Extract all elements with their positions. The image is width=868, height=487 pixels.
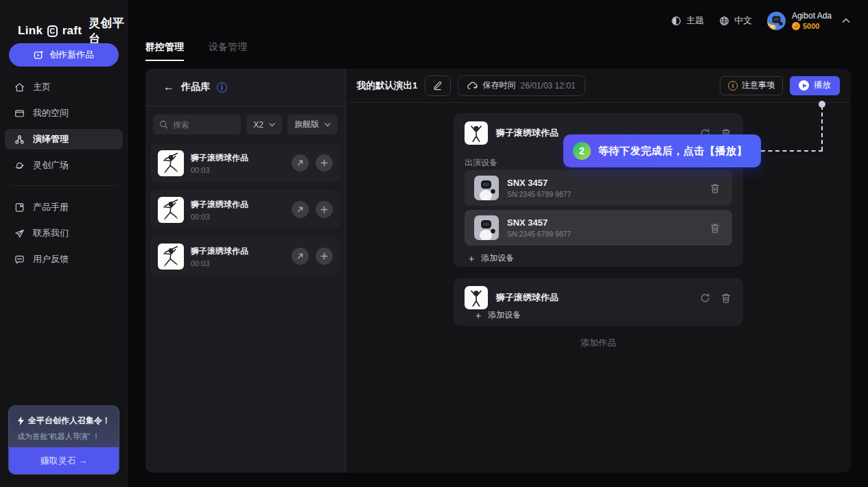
expand-icon	[296, 206, 304, 213]
stage-header: 我的默认演出1 保存时间 26/01/03 12:01 i 注意事项 播放	[346, 69, 851, 103]
sidebar-item-label: 演绎管理	[33, 133, 69, 145]
library-item[interactable]: 狮子滚绣球作品 00:03	[151, 237, 340, 276]
search-input[interactable]	[173, 120, 235, 130]
remove-device-button[interactable]	[709, 222, 721, 235]
work-title: 狮子滚绣球作品	[191, 246, 285, 257]
device-name: SNX 3457	[507, 178, 701, 188]
sidebar-nav: 主页 我的空间 演绎管理 灵创广场 产品手册 联系我们 用户反馈	[5, 77, 123, 275]
coin-amount: 5000	[803, 22, 819, 30]
remove-device-button[interactable]	[709, 182, 721, 195]
search-box[interactable]	[153, 115, 241, 134]
library-list: 狮子滚绣球作品 00:03 狮子滚绣球作品 00:03	[145, 134, 345, 276]
promo-title-row: 全平台创作人召集令！	[9, 406, 119, 427]
notice-label: 注意事项	[742, 80, 775, 91]
add-work-button[interactable]: 添加作品	[454, 337, 743, 349]
user-menu[interactable]: Agibot Ada 5000	[767, 11, 850, 30]
app-logo: LinkCraft 灵创平台	[0, 0, 127, 47]
device-serial: SN:2345 6789 9877	[507, 230, 701, 238]
edition-dropdown[interactable]: 旗舰版	[288, 115, 338, 134]
brand-pre: Link	[18, 24, 43, 38]
robot-avatar-image	[474, 176, 499, 200]
preview-expand-button[interactable]	[292, 154, 309, 171]
expand-icon	[296, 159, 304, 167]
sidebar-item-product-manual[interactable]: 产品手册	[5, 197, 123, 217]
sidebar-item-performance-management[interactable]: 演绎管理	[5, 129, 123, 150]
language-switcher[interactable]: 中文	[719, 14, 752, 27]
tooltip-text: 等待下发完成后，点击【播放】	[598, 145, 747, 158]
add-device-label: 添加设备	[488, 309, 521, 321]
library-item[interactable]: 狮子滚绣球作品 00:03	[151, 143, 340, 182]
tab-group-control[interactable]: 群控管理	[145, 41, 184, 61]
tab-device-management[interactable]: 设备管理	[209, 41, 247, 61]
card-header: 狮子滚绣球作品	[454, 278, 743, 309]
cloud-check-icon	[467, 82, 478, 90]
user-coins: 5000	[792, 22, 832, 30]
add-work-button[interactable]	[316, 154, 333, 171]
add-work-button[interactable]	[316, 201, 333, 218]
sidebar-divider	[10, 185, 117, 186]
sidebar-item-creative-plaza[interactable]: 灵创广场	[5, 155, 123, 176]
preview-expand-button[interactable]	[292, 248, 309, 265]
robot-pose-image	[159, 152, 183, 175]
save-time-label: 保存时间	[483, 80, 516, 91]
language-label: 中文	[734, 14, 752, 27]
library-title: 作品库	[181, 81, 210, 93]
user-meta: Agibot Ada 5000	[792, 11, 832, 30]
device-row: SNX 3457 SN:2345 6789 9877	[465, 170, 732, 206]
play-button[interactable]: 播放	[790, 76, 840, 95]
work-duration: 00:03	[191, 259, 285, 268]
delete-card-button[interactable]	[720, 292, 732, 305]
work-title: 狮子滚绣球作品	[191, 152, 285, 164]
promo-title: 全平台创作人召集令！	[28, 415, 110, 427]
trash-icon	[710, 223, 720, 233]
add-device-button[interactable]: + 添加设备	[476, 309, 521, 321]
step-badge: 2	[573, 142, 591, 160]
add-device-label: 添加设备	[481, 252, 514, 264]
sidebar-item-label: 我的空间	[33, 107, 69, 119]
theme-toggle[interactable]: 主题	[671, 14, 704, 27]
chevron-up-icon	[842, 18, 850, 23]
topbar: 主题 中文 Agibot Ada 5000	[128, 0, 868, 41]
user-name: Agibot Ada	[792, 11, 832, 21]
save-time-value: 26/01/03 12:01	[521, 81, 576, 91]
speed-dropdown[interactable]: X2	[246, 115, 282, 134]
work-meta: 狮子滚绣球作品 00:03	[191, 152, 285, 174]
add-work-button[interactable]	[316, 248, 333, 265]
sidebar-item-home[interactable]: 主页	[5, 77, 123, 97]
sidebar-item-contact-us[interactable]: 联系我们	[5, 223, 123, 244]
robot-pose-image	[466, 123, 486, 143]
work-title: 狮子滚绣球作品	[191, 199, 285, 211]
work-thumbnail	[465, 286, 488, 309]
library-panel: ← 作品库 i X2 旗舰版	[145, 69, 345, 473]
onboarding-tooltip: 2 等待下发完成后，点击【播放】	[563, 134, 761, 167]
sidebar-item-user-feedback[interactable]: 用户反馈	[5, 249, 123, 270]
brand-c-icon: C	[47, 25, 57, 37]
earn-gems-button[interactable]: 赚取灵石 →	[9, 447, 119, 474]
chevron-down-icon	[269, 123, 275, 127]
create-new-work-button[interactable]: 创作新作品	[9, 43, 119, 67]
sidebar-item-label: 用户反馈	[33, 253, 69, 265]
play-icon	[799, 80, 809, 91]
connector-line-vertical	[821, 106, 823, 151]
brand-name: 灵创平台	[89, 15, 127, 47]
stage-body: 狮子滚绣球作品 出演设备 SNX 3457 SN:2345 678	[346, 103, 851, 473]
globe-icon	[719, 16, 729, 26]
promo-card: 全平台创作人召集令！ 成为首批“机器人导演” ！ 赚取灵石 →	[8, 405, 119, 475]
library-item[interactable]: 狮子滚绣球作品 00:03	[151, 190, 340, 229]
play-label: 播放	[814, 80, 831, 91]
rename-button[interactable]	[425, 75, 451, 96]
add-device-button[interactable]: + 添加设备	[469, 252, 514, 264]
plus-icon: +	[476, 310, 481, 321]
save-time-chip[interactable]: 保存时间 26/01/03 12:01	[458, 75, 585, 96]
plus-icon	[320, 206, 328, 213]
main-tabs: 群控管理 设备管理	[145, 41, 247, 61]
device-meta: SNX 3457 SN:2345 6789 9877	[507, 217, 701, 238]
plus-icon	[320, 252, 328, 260]
notice-button[interactable]: i 注意事项	[720, 76, 783, 95]
info-icon[interactable]: i	[217, 82, 227, 93]
nodes-icon	[14, 134, 25, 145]
preview-expand-button[interactable]	[292, 201, 309, 218]
back-icon[interactable]: ←	[163, 81, 174, 93]
refresh-button[interactable]	[699, 292, 712, 305]
sidebar-item-my-space[interactable]: 我的空间	[5, 103, 123, 123]
